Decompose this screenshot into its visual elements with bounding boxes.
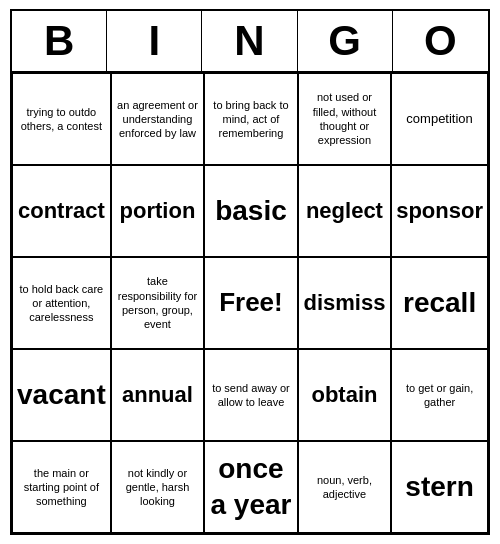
cell-r0-c4[interactable]: competition <box>391 73 488 165</box>
cell-r4-c4[interactable]: stern <box>391 441 488 533</box>
cell-text-r1-c3: neglect <box>306 197 383 226</box>
cell-r1-c0[interactable]: contract <box>12 165 111 257</box>
cell-text-r3-c3: obtain <box>311 381 377 410</box>
cell-r3-c3[interactable]: obtain <box>298 349 391 441</box>
cell-text-r3-c1: annual <box>122 381 193 410</box>
cell-text-r3-c4: to get or gain, gather <box>396 381 483 410</box>
cell-r1-c3[interactable]: neglect <box>298 165 391 257</box>
cell-text-r0-c3: not used or filled, without thought or e… <box>303 90 386 147</box>
cell-r0-c2[interactable]: to bring back to mind, act of rememberin… <box>204 73 298 165</box>
cell-text-r4-c1: not kindly or gentle, harsh looking <box>116 466 199 509</box>
cell-text-r0-c2: to bring back to mind, act of rememberin… <box>209 98 293 141</box>
cell-r0-c0[interactable]: trying to outdo others, a contest <box>12 73 111 165</box>
bingo-card: BINGO trying to outdo others, a contesta… <box>10 9 490 535</box>
cell-r4-c0[interactable]: the main or starting point of something <box>12 441 111 533</box>
cell-text-r2-c3: dismiss <box>303 289 385 318</box>
cell-r4-c1[interactable]: not kindly or gentle, harsh looking <box>111 441 204 533</box>
cell-text-r1-c2: basic <box>215 193 287 229</box>
cell-r0-c3[interactable]: not used or filled, without thought or e… <box>298 73 391 165</box>
cell-r2-c3[interactable]: dismiss <box>298 257 391 349</box>
header-letter-i: I <box>107 11 202 71</box>
cell-r0-c1[interactable]: an agreement or understanding enforced b… <box>111 73 204 165</box>
cell-r1-c4[interactable]: sponsor <box>391 165 488 257</box>
cell-text-r0-c1: an agreement or understanding enforced b… <box>116 98 199 141</box>
cell-r3-c2[interactable]: to send away or allow to leave <box>204 349 298 441</box>
cell-text-r3-c2: to send away or allow to leave <box>209 381 293 410</box>
header-letter-n: N <box>202 11 297 71</box>
bingo-grid: trying to outdo others, a contestan agre… <box>12 73 488 533</box>
cell-r2-c0[interactable]: to hold back care or attention, careless… <box>12 257 111 349</box>
cell-text-r4-c3: noun, verb, adjective <box>303 473 386 502</box>
cell-r3-c0[interactable]: vacant <box>12 349 111 441</box>
cell-r3-c1[interactable]: annual <box>111 349 204 441</box>
cell-r1-c2[interactable]: basic <box>204 165 298 257</box>
header-letter-g: G <box>298 11 393 71</box>
header-letter-o: O <box>393 11 488 71</box>
cell-text-r3-c0: vacant <box>17 377 106 413</box>
cell-r2-c4[interactable]: recall <box>391 257 488 349</box>
header-letter-b: B <box>12 11 107 71</box>
cell-text-r4-c2: once a year <box>209 451 293 524</box>
cell-text-r4-c4: stern <box>405 469 473 505</box>
cell-text-r0-c0: trying to outdo others, a contest <box>17 105 106 134</box>
cell-text-r2-c1: take responsibility for person, group, e… <box>116 274 199 331</box>
cell-text-r1-c4: sponsor <box>396 197 483 226</box>
cell-r2-c2[interactable]: Free! <box>204 257 298 349</box>
cell-text-r2-c4: recall <box>403 285 476 321</box>
cell-text-r1-c0: contract <box>18 197 105 226</box>
cell-r1-c1[interactable]: portion <box>111 165 204 257</box>
cell-text-r4-c0: the main or starting point of something <box>17 466 106 509</box>
cell-text-r1-c1: portion <box>120 197 196 226</box>
cell-text-r0-c4: competition <box>406 111 472 128</box>
cell-text-r2-c2: Free! <box>219 286 283 320</box>
bingo-header: BINGO <box>12 11 488 73</box>
cell-r3-c4[interactable]: to get or gain, gather <box>391 349 488 441</box>
cell-text-r2-c0: to hold back care or attention, careless… <box>17 282 106 325</box>
cell-r2-c1[interactable]: take responsibility for person, group, e… <box>111 257 204 349</box>
cell-r4-c2[interactable]: once a year <box>204 441 298 533</box>
cell-r4-c3[interactable]: noun, verb, adjective <box>298 441 391 533</box>
